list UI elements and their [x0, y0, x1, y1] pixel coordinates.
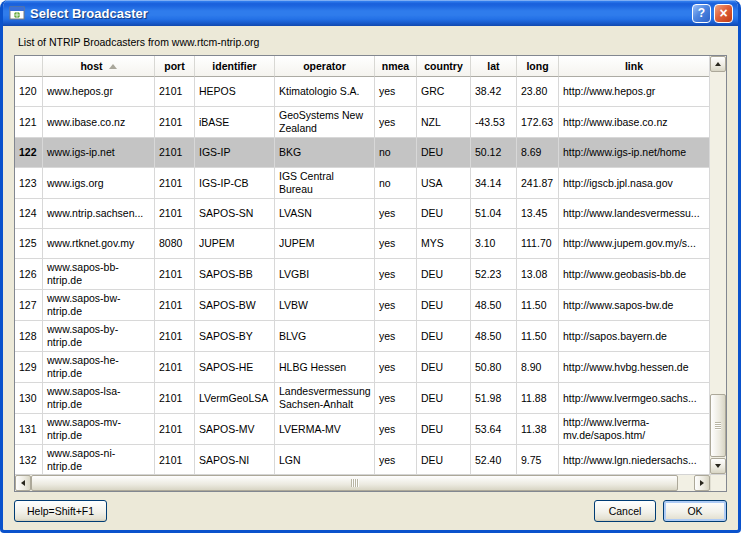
- cell-lat[interactable]: 52.40: [471, 445, 517, 474]
- cell-port[interactable]: 2101: [155, 445, 195, 474]
- cell-link[interactable]: http://www.lgn.niedersachs...: [559, 445, 709, 474]
- cell-link[interactable]: http://www.jupem.gov.my/s...: [559, 229, 709, 259]
- cell-country[interactable]: DEU: [417, 290, 471, 321]
- cell-nmea[interactable]: yes: [375, 352, 417, 383]
- cell-link[interactable]: http://www.lvermgeo.sachs...: [559, 383, 709, 414]
- cell-nmea[interactable]: yes: [375, 199, 417, 229]
- cell-lat[interactable]: -43.53: [471, 107, 517, 138]
- cell-country[interactable]: DEU: [417, 138, 471, 168]
- cell-port[interactable]: 2101: [155, 199, 195, 229]
- cell-port[interactable]: 2101: [155, 77, 195, 107]
- cell-lat[interactable]: 3.10: [471, 229, 517, 259]
- scroll-up-button[interactable]: [710, 56, 726, 72]
- cell-nmea[interactable]: no: [375, 168, 417, 199]
- row-number-cell[interactable]: 124: [15, 199, 43, 229]
- cell-operator[interactable]: LVERMA-MV: [275, 414, 375, 445]
- horizontal-scrollbar[interactable]: [15, 475, 710, 491]
- table-row[interactable]: 130www.sapos-lsa-ntrip.de2101LVermGeoLSA…: [15, 383, 709, 414]
- cell-country[interactable]: DEU: [417, 259, 471, 290]
- cell-long[interactable]: 241.87: [517, 168, 559, 199]
- cell-identifier[interactable]: SAPOS-BB: [195, 259, 275, 290]
- table-row[interactable]: 132www.sapos-ni-ntrip.de2101SAPOS-NILGNy…: [15, 445, 709, 474]
- row-number-cell[interactable]: 122: [15, 138, 43, 168]
- cell-lat[interactable]: 51.98: [471, 383, 517, 414]
- cell-identifier[interactable]: iBASE: [195, 107, 275, 138]
- cell-host[interactable]: www.hepos.gr: [43, 77, 155, 107]
- cell-port[interactable]: 2101: [155, 414, 195, 445]
- cell-nmea[interactable]: no: [375, 138, 417, 168]
- cell-nmea[interactable]: yes: [375, 445, 417, 474]
- column-header-country[interactable]: country: [417, 56, 471, 77]
- table-row[interactable]: 123www.igs.org2101IGS-IP-CBIGS Central B…: [15, 168, 709, 199]
- cell-identifier[interactable]: SAPOS-NI: [195, 445, 275, 474]
- cell-operator[interactable]: Ktimatologio S.A.: [275, 77, 375, 107]
- cell-link[interactable]: http://sapos.bayern.de: [559, 321, 709, 352]
- cell-lat[interactable]: 34.14: [471, 168, 517, 199]
- cell-link[interactable]: http://www.landesvermessu...: [559, 199, 709, 229]
- cell-operator[interactable]: GeoSystems New Zealand: [275, 107, 375, 138]
- cell-identifier[interactable]: SAPOS-HE: [195, 352, 275, 383]
- cell-nmea[interactable]: yes: [375, 229, 417, 259]
- cell-link[interactable]: http://www.hvbg.hessen.de: [559, 352, 709, 383]
- cell-long[interactable]: 8.69: [517, 138, 559, 168]
- row-number-cell[interactable]: 130: [15, 383, 43, 414]
- cell-country[interactable]: GRC: [417, 77, 471, 107]
- cell-port[interactable]: 2101: [155, 259, 195, 290]
- cell-nmea[interactable]: yes: [375, 107, 417, 138]
- cell-nmea[interactable]: yes: [375, 383, 417, 414]
- cell-port[interactable]: 2101: [155, 290, 195, 321]
- cell-identifier[interactable]: IGS-IP-CB: [195, 168, 275, 199]
- table-row[interactable]: 120www.hepos.gr2101HEPOSKtimatologio S.A…: [15, 77, 709, 107]
- cell-port[interactable]: 2101: [155, 383, 195, 414]
- cell-operator[interactable]: Landesvermessung Sachsen-Anhalt: [275, 383, 375, 414]
- cell-long[interactable]: 13.08: [517, 259, 559, 290]
- row-number-cell[interactable]: 123: [15, 168, 43, 199]
- cell-long[interactable]: 172.63: [517, 107, 559, 138]
- cell-country[interactable]: DEU: [417, 414, 471, 445]
- cell-host[interactable]: www.sapos-lsa-ntrip.de: [43, 383, 155, 414]
- cancel-button[interactable]: Cancel: [594, 500, 656, 522]
- row-number-cell[interactable]: 132: [15, 445, 43, 474]
- cell-long[interactable]: 11.50: [517, 321, 559, 352]
- cell-host[interactable]: www.sapos-bb-ntrip.de: [43, 259, 155, 290]
- cell-link[interactable]: http://igscb.jpl.nasa.gov: [559, 168, 709, 199]
- cell-operator[interactable]: LVBW: [275, 290, 375, 321]
- cell-identifier[interactable]: SAPOS-BW: [195, 290, 275, 321]
- row-number-cell[interactable]: 131: [15, 414, 43, 445]
- cell-country[interactable]: MYS: [417, 229, 471, 259]
- cell-link[interactable]: http://www.hepos.gr: [559, 77, 709, 107]
- cell-long[interactable]: 11.50: [517, 290, 559, 321]
- row-number-cell[interactable]: 125: [15, 229, 43, 259]
- table-row[interactable]: 129www.sapos-he-ntrip.de2101SAPOS-HEHLBG…: [15, 352, 709, 383]
- cell-lat[interactable]: 52.23: [471, 259, 517, 290]
- cell-link[interactable]: http://www.ibase.co.nz: [559, 107, 709, 138]
- cell-host[interactable]: www.igs-ip.net: [43, 138, 155, 168]
- cell-operator[interactable]: JUPEM: [275, 229, 375, 259]
- cell-operator[interactable]: BKG: [275, 138, 375, 168]
- cell-long[interactable]: 11.38: [517, 414, 559, 445]
- cell-identifier[interactable]: SAPOS-BY: [195, 321, 275, 352]
- column-header-nmea[interactable]: nmea: [375, 56, 417, 77]
- cell-port[interactable]: 8080: [155, 229, 195, 259]
- cell-operator[interactable]: HLBG Hessen: [275, 352, 375, 383]
- row-number-cell[interactable]: 126: [15, 259, 43, 290]
- cell-host[interactable]: www.sapos-bw-ntrip.de: [43, 290, 155, 321]
- row-number-cell[interactable]: 120: [15, 77, 43, 107]
- scroll-down-button[interactable]: [710, 458, 726, 474]
- vertical-scrollbar[interactable]: [709, 56, 726, 474]
- column-header-rownum[interactable]: [15, 56, 43, 77]
- cell-long[interactable]: 11.88: [517, 383, 559, 414]
- column-header-identifier[interactable]: identifier: [195, 56, 275, 77]
- cell-port[interactable]: 2101: [155, 168, 195, 199]
- cell-country[interactable]: DEU: [417, 321, 471, 352]
- cell-port[interactable]: 2101: [155, 321, 195, 352]
- cell-operator[interactable]: LVGBI: [275, 259, 375, 290]
- cell-link[interactable]: http://www.igs-ip.net/home: [559, 138, 709, 168]
- horizontal-scroll-track[interactable]: [31, 475, 694, 491]
- cell-host[interactable]: www.rtknet.gov.my: [43, 229, 155, 259]
- cell-nmea[interactable]: yes: [375, 321, 417, 352]
- table-row[interactable]: 121www.ibase.co.nz2101iBASEGeoSystems Ne…: [15, 107, 709, 138]
- cell-long[interactable]: 8.90: [517, 352, 559, 383]
- row-number-cell[interactable]: 128: [15, 321, 43, 352]
- table-row[interactable]: 124www.ntrip.sachsen...2101SAPOS-SNLVASN…: [15, 199, 709, 229]
